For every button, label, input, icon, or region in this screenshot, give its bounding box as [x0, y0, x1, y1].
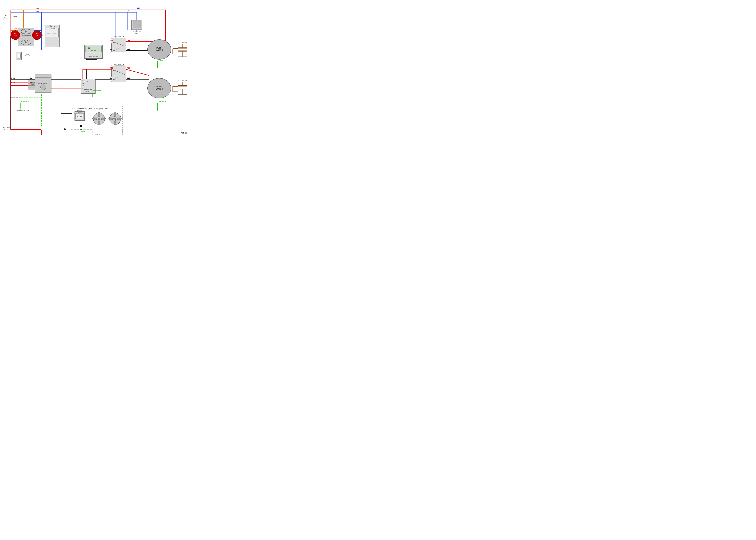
- svg-text:RED: RED: [127, 67, 131, 69]
- svg-point-200: [114, 112, 116, 117]
- svg-text:Transformer: Transformer: [21, 34, 31, 36]
- svg-text:GRN/YEL*: GRN/YEL*: [93, 90, 101, 92]
- svg-point-197: [92, 118, 97, 120]
- svg-text:SPDT SWITCH: SPDT SWITCH: [114, 36, 124, 38]
- svg-rect-160: [133, 21, 141, 28]
- svg-text:FUSE: FUSE: [25, 53, 29, 55]
- svg-point-193: [98, 118, 100, 120]
- svg-text:VAC: VAC: [36, 35, 38, 36]
- svg-text:LIGHT: LIGHT: [3, 18, 8, 20]
- wiring-diagram: Transformer 230 VAC 24 VAC Thermal Switc…: [0, 0, 189, 135]
- svg-rect-112: [17, 53, 21, 58]
- svg-rect-103: [46, 28, 59, 37]
- svg-text:∅L2: ∅L2: [81, 80, 84, 81]
- svg-text:BLK: BLK: [64, 128, 67, 130]
- svg-point-195: [101, 118, 106, 120]
- svg-text:∅L1: ∅L1: [81, 88, 84, 89]
- svg-text:YEL: YEL: [51, 44, 54, 46]
- svg-text:GRN/YEL*: GRN/YEL*: [81, 130, 89, 132]
- svg-text:TO: TO: [5, 15, 6, 16]
- svg-text:24V: 24V: [4, 16, 7, 18]
- svg-text:300 mA: 300 mA: [25, 55, 30, 57]
- svg-text:SWITCH: SWITCH: [85, 90, 91, 92]
- svg-rect-90: [18, 28, 34, 46]
- svg-text:T2∅: T2∅: [81, 82, 84, 84]
- svg-text:SPDT SWITCH: SPDT SWITCH: [114, 64, 124, 65]
- svg-point-196: [98, 120, 100, 125]
- svg-text:SOLENOID: SOLENOID: [133, 31, 141, 32]
- svg-text:PUMP: PUMP: [156, 85, 162, 88]
- svg-text:230V: 230V: [135, 33, 139, 34]
- svg-point-194: [98, 112, 100, 117]
- svg-point-199: [114, 118, 116, 120]
- svg-text:HOURS: HOURS: [91, 50, 96, 52]
- svg-text:MOTOR: MOTOR: [156, 49, 163, 51]
- svg-text:T1∅: T1∅: [81, 85, 84, 87]
- svg-text:BLK: BLK: [110, 48, 113, 50]
- svg-text:WHT: WHT: [13, 16, 17, 18]
- svg-text:RED: RED: [36, 8, 40, 9]
- svg-text:Switch: Switch: [50, 27, 55, 29]
- svg-line-40: [126, 69, 149, 75]
- svg-text:Thermal: Thermal: [49, 25, 55, 27]
- svg-text:BLK: BLK: [110, 77, 113, 79]
- svg-rect-150: [112, 66, 126, 82]
- svg-text:*Common Ground: *Common Ground: [16, 109, 29, 111]
- svg-text:230 VAC: 230 VAC: [3, 126, 10, 128]
- svg-text:BLU: BLU: [137, 7, 141, 9]
- svg-text:Connector: Connector: [93, 134, 100, 135]
- svg-text:BLU: BLU: [36, 10, 40, 12]
- svg-point-80: [80, 125, 82, 127]
- svg-text:RED: RED: [110, 39, 113, 41]
- svg-text:BLK: BLK: [127, 48, 130, 50]
- svg-point-201: [117, 118, 122, 120]
- svg-text:BLU: BLU: [128, 10, 131, 12]
- svg-text:SUPPLY: SUPPLY: [3, 128, 10, 130]
- svg-text:BLK: BLK: [30, 77, 33, 79]
- svg-text:HOUR METER: HOUR METER: [89, 56, 98, 57]
- svg-text:RED: RED: [110, 67, 113, 69]
- svg-point-202: [114, 120, 116, 125]
- svg-text:Switch: Switch: [77, 112, 81, 113]
- svg-rect-143: [112, 38, 126, 52]
- svg-text:GRN/YEL*: GRN/YEL*: [158, 101, 166, 102]
- svg-text:MOTOR: MOTOR: [156, 88, 163, 90]
- svg-text:230: 230: [14, 33, 16, 35]
- svg-text:GRN/YEL*: GRN/YEL*: [21, 101, 29, 102]
- svg-text:RED: RED: [127, 39, 131, 41]
- svg-text:Thermal: Thermal: [77, 110, 82, 111]
- svg-text:Fans Included with Quiet Cover: Fans Included with Quiet Cover Option On…: [72, 108, 107, 110]
- svg-text:RED: RED: [30, 82, 33, 83]
- svg-text:BLK: BLK: [11, 77, 15, 79]
- svg-text:GRN/YEL*: GRN/YEL*: [158, 60, 166, 61]
- svg-text:ORN: ORN: [14, 28, 18, 30]
- svg-text:24: 24: [36, 33, 38, 35]
- svg-text:BLK: BLK: [127, 77, 130, 79]
- svg-text:CAPACITOR: CAPACITOR: [179, 42, 187, 44]
- svg-point-203: [108, 118, 114, 120]
- svg-text:BLU: BLU: [42, 35, 45, 36]
- svg-text:PUMP: PUMP: [156, 47, 162, 49]
- svg-text:CAPACITOR: CAPACITOR: [179, 80, 187, 81]
- svg-text:ArtFull: ArtFull: [181, 132, 187, 134]
- svg-text:PRESSURE: PRESSURE: [84, 89, 92, 90]
- svg-text:CONTACTOR: CONTACTOR: [38, 82, 49, 84]
- svg-text:VAC: VAC: [14, 35, 17, 36]
- svg-rect-188: [75, 113, 84, 119]
- svg-text:00.0: 00.0: [88, 47, 91, 49]
- svg-text:RED: RED: [11, 82, 15, 83]
